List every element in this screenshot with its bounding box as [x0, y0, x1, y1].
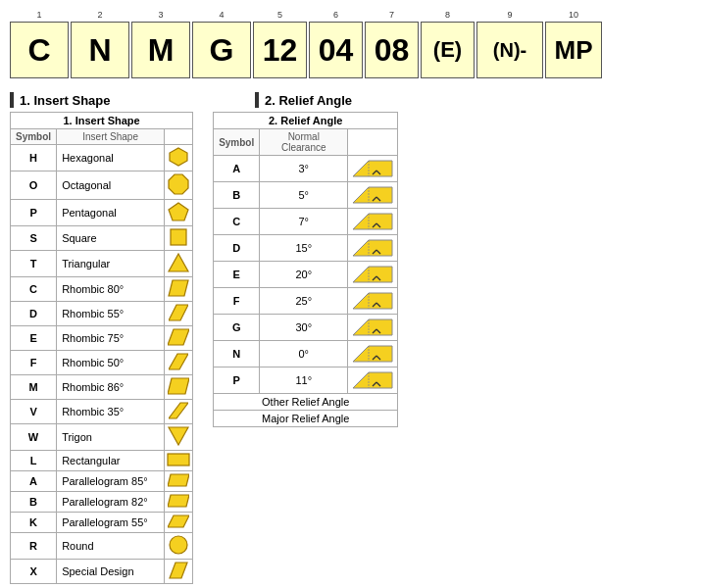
code-col-6: 604: [309, 10, 363, 78]
code-col-2: 2N: [71, 10, 129, 78]
angle-cell: 15°: [260, 235, 348, 262]
shape-cell: [165, 172, 193, 200]
shape-cell: [165, 451, 193, 471]
symbol-cell: E: [214, 262, 260, 288]
shape-cell: [165, 200, 193, 226]
header-code-row: 1C2N3M4G5126047088(E)9(N)-10MP: [10, 10, 691, 78]
name-cell: Square: [57, 226, 165, 251]
symbol-cell: X: [11, 560, 57, 584]
symbol-cell: B: [11, 492, 57, 513]
angle-cell: 0°: [260, 341, 348, 368]
shape-cell: [165, 145, 193, 172]
symbol-cell: S: [11, 226, 57, 251]
section1-label: 1. Insert Shape: [20, 93, 110, 108]
code-box: N: [71, 22, 129, 78]
svg-marker-9: [168, 378, 189, 394]
symbol-cell: W: [11, 424, 57, 451]
name-cell: Special Design: [57, 560, 165, 584]
shape-cell: [165, 471, 193, 492]
insert-col-symbol: Symbol: [11, 129, 57, 145]
code-box: MP: [545, 22, 602, 78]
shape-cell: [165, 351, 193, 375]
diagram-cell: [348, 182, 398, 209]
svg-marker-13: [168, 474, 189, 486]
shape-cell: [165, 424, 193, 451]
svg-rect-12: [168, 454, 189, 466]
svg-marker-17: [170, 563, 187, 578]
table-row: G30°: [214, 315, 398, 341]
svg-point-16: [170, 536, 187, 554]
table-row: ERhombic 75°: [11, 326, 193, 351]
col-number: 3: [158, 10, 163, 20]
angle-cell: 20°: [260, 262, 348, 288]
tables-container: 1. Insert Shape Symbol Insert Shape HHex…: [10, 112, 691, 584]
name-cell: Rhombic 80°: [57, 277, 165, 302]
name-cell: Hexagonal: [57, 145, 165, 172]
relief-col-symbol: Symbol: [214, 129, 260, 156]
section1-bar: [10, 92, 14, 108]
symbol-cell: F: [214, 288, 260, 315]
name-cell: Parallelogram 85°: [57, 471, 165, 492]
svg-marker-2: [169, 203, 188, 220]
svg-marker-7: [168, 329, 189, 345]
name-cell: Parallelogram 82°: [57, 492, 165, 513]
table-row: VRhombic 35°: [11, 400, 193, 424]
relief-table-title: 2. Relief Angle: [214, 113, 398, 129]
insert-col-name: Insert Shape: [57, 129, 165, 145]
code-box: (E): [421, 22, 475, 78]
table-row: SSquare: [11, 226, 193, 251]
shape-cell: [165, 492, 193, 513]
symbol-cell: P: [214, 368, 260, 394]
other-relief-cell: Other Relief Angle: [214, 394, 398, 411]
table-row: AParallelogram 85°: [11, 471, 193, 492]
table-row: DRhombic 55°: [11, 302, 193, 326]
table-row: B5°: [214, 182, 398, 209]
shape-cell: [165, 375, 193, 400]
code-box: 04: [309, 22, 363, 78]
col-number: 1: [36, 10, 41, 20]
symbol-cell: V: [11, 400, 57, 424]
major-relief-cell: Major Relief Angle: [214, 411, 398, 427]
symbol-cell: A: [214, 156, 260, 182]
table-row: P11°: [214, 368, 398, 394]
section2-label: 2. Relief Angle: [265, 93, 352, 108]
insert-shape-table: 1. Insert Shape Symbol Insert Shape HHex…: [10, 112, 193, 584]
symbol-cell: L: [11, 451, 57, 471]
relief-angle-table: 2. Relief Angle Symbol Normal Clearance …: [213, 112, 398, 427]
symbol-cell: P: [11, 200, 57, 226]
col-number: 4: [219, 10, 224, 20]
shape-cell: [165, 560, 193, 584]
table-row: A3°: [214, 156, 398, 182]
symbol-cell: A: [11, 471, 57, 492]
other-relief-row: Other Relief Angle: [214, 394, 398, 411]
table-row: WTrigon: [11, 424, 193, 451]
relief-col-diagram: [348, 129, 398, 156]
svg-rect-3: [171, 229, 186, 245]
col-number: 10: [569, 10, 578, 20]
col-number: 2: [97, 10, 102, 20]
col-number: 8: [445, 10, 450, 20]
table-row: PPentagonal: [11, 200, 193, 226]
diagram-cell: [348, 262, 398, 288]
svg-marker-14: [168, 495, 189, 507]
symbol-cell: B: [214, 182, 260, 209]
name-cell: Triangular: [57, 251, 165, 277]
table-row: OOctagonal: [11, 172, 193, 200]
diagram-cell: [348, 368, 398, 394]
angle-cell: 11°: [260, 368, 348, 394]
shape-cell: [165, 226, 193, 251]
col-number: 5: [277, 10, 282, 20]
insert-col-shape: [165, 129, 193, 145]
symbol-cell: T: [11, 251, 57, 277]
symbol-cell: C: [11, 277, 57, 302]
shape-cell: [165, 400, 193, 424]
diagram-cell: [348, 315, 398, 341]
name-cell: Rhombic 75°: [57, 326, 165, 351]
code-col-5: 512: [253, 10, 307, 78]
svg-marker-11: [169, 427, 188, 445]
name-cell: Rhombic 50°: [57, 351, 165, 375]
angle-cell: 30°: [260, 315, 348, 341]
diagram-cell: [348, 341, 398, 368]
svg-marker-5: [169, 280, 188, 296]
name-cell: Rhombic 86°: [57, 375, 165, 400]
